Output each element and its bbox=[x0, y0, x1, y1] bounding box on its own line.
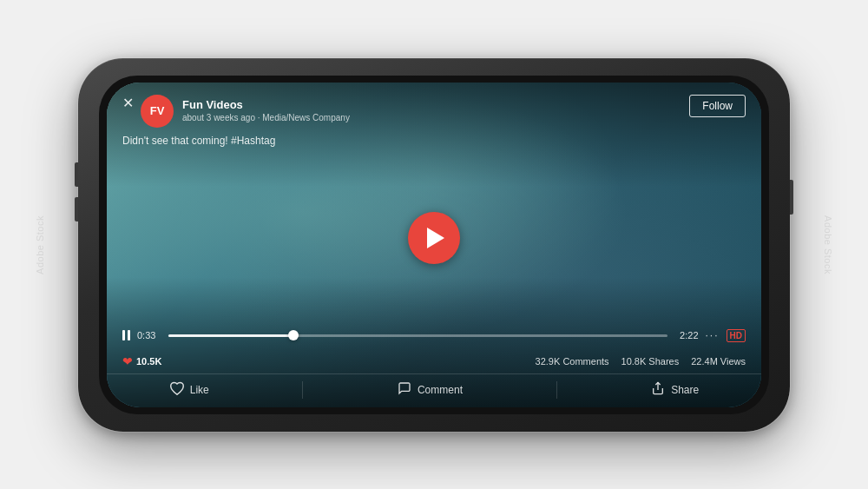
watermark-right: Adobe Stock bbox=[823, 215, 833, 274]
views-stat: 22.4M Views bbox=[691, 356, 746, 367]
pause-bar-right bbox=[128, 330, 130, 340]
total-time: 2:22 bbox=[674, 330, 699, 340]
video-caption: Didn't see that coming! #Hashtag bbox=[107, 128, 761, 147]
comments-stat: 32.9K Comments bbox=[536, 356, 609, 367]
play-button[interactable] bbox=[408, 212, 460, 264]
share-label: Share bbox=[671, 384, 699, 396]
comment-icon bbox=[397, 381, 412, 399]
action-bar: Like Comment bbox=[107, 374, 761, 407]
share-icon bbox=[650, 381, 666, 399]
current-time: 0:33 bbox=[137, 330, 161, 340]
play-icon bbox=[427, 228, 444, 248]
channel-info: FV Fun Videos about 3 weeks ago · Media/… bbox=[141, 95, 689, 128]
watermark-left: Adobe Stock bbox=[35, 215, 45, 274]
comment-action-button[interactable]: Comment bbox=[397, 381, 463, 399]
pause-bar-left bbox=[122, 330, 125, 340]
channel-name: Fun Videos bbox=[182, 98, 350, 113]
like-label: Like bbox=[190, 384, 209, 396]
phone-device: ✕ FV Fun Videos about 3 weeks ago · Medi… bbox=[78, 58, 790, 432]
shares-stat: 10.8K Shares bbox=[621, 356, 680, 367]
pause-button[interactable] bbox=[122, 330, 130, 340]
channel-text: Fun Videos about 3 weeks ago · Media/New… bbox=[182, 98, 350, 124]
share-action-button[interactable]: Share bbox=[650, 381, 699, 399]
channel-avatar: FV bbox=[141, 95, 174, 128]
likes-stat: ❤ 10.5K bbox=[122, 354, 161, 368]
phone-screen: ✕ FV Fun Videos about 3 weeks ago · Medi… bbox=[107, 83, 761, 407]
progress-fill bbox=[168, 334, 293, 337]
like-action-button[interactable]: Like bbox=[169, 381, 209, 399]
play-area bbox=[107, 147, 761, 329]
stats-right: 32.9K Comments 10.8K Shares 22.4M Views bbox=[536, 356, 746, 367]
stats-row: ❤ 10.5K 32.9K Comments 10.8K Shares 22.4… bbox=[107, 354, 761, 374]
action-divider-1 bbox=[302, 381, 303, 399]
progress-row: 0:33 2:22 ··· HD bbox=[122, 329, 746, 342]
video-controls: 0:33 2:22 ··· HD bbox=[107, 329, 761, 354]
phone-inner-bezel: ✕ FV Fun Videos about 3 weeks ago · Medi… bbox=[99, 76, 769, 414]
progress-thumb[interactable] bbox=[288, 330, 299, 340]
likes-count: 10.5K bbox=[136, 356, 161, 367]
progress-track[interactable] bbox=[168, 334, 667, 337]
close-button[interactable]: ✕ bbox=[122, 96, 134, 110]
volume-down-button bbox=[75, 197, 78, 221]
heart-icon-red: ❤ bbox=[122, 354, 133, 368]
like-icon bbox=[169, 381, 185, 399]
follow-button[interactable]: Follow bbox=[689, 95, 746, 117]
hd-badge: HD bbox=[727, 329, 746, 342]
channel-meta: about 3 weeks ago · Media/News Company bbox=[182, 112, 350, 123]
top-bar: ✕ FV Fun Videos about 3 weeks ago · Medi… bbox=[107, 83, 761, 128]
ui-layer: ✕ FV Fun Videos about 3 weeks ago · Medi… bbox=[107, 83, 761, 407]
comment-label: Comment bbox=[418, 384, 463, 396]
power-button bbox=[790, 180, 793, 215]
more-options-button[interactable]: ··· bbox=[706, 329, 720, 341]
action-divider-2 bbox=[556, 381, 557, 399]
volume-up-button bbox=[75, 162, 78, 187]
